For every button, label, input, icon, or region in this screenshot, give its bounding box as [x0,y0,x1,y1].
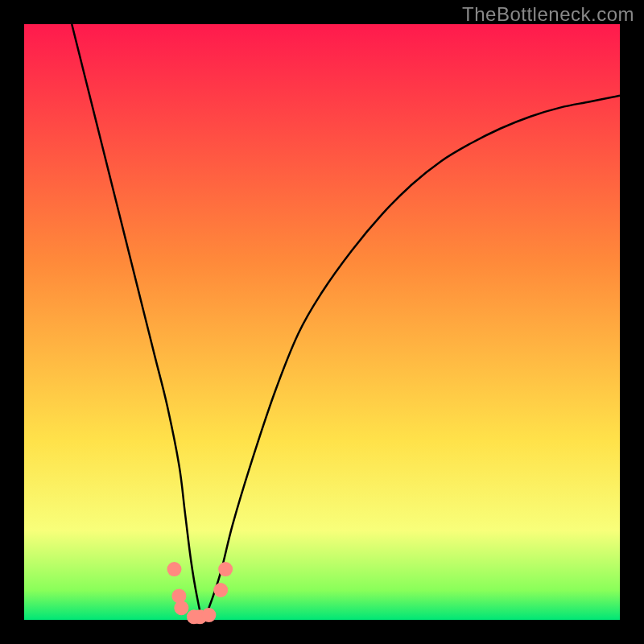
data-marker [201,608,216,622]
bottleneck-chart [0,0,644,644]
data-marker [171,588,186,603]
plot-background [24,24,620,620]
data-marker [167,562,181,576]
watermark-text: TheBottleneck.com [462,3,634,26]
chart-frame: TheBottleneck.com [0,0,644,644]
data-marker [218,562,233,576]
data-marker [174,601,188,615]
data-marker [213,583,228,597]
